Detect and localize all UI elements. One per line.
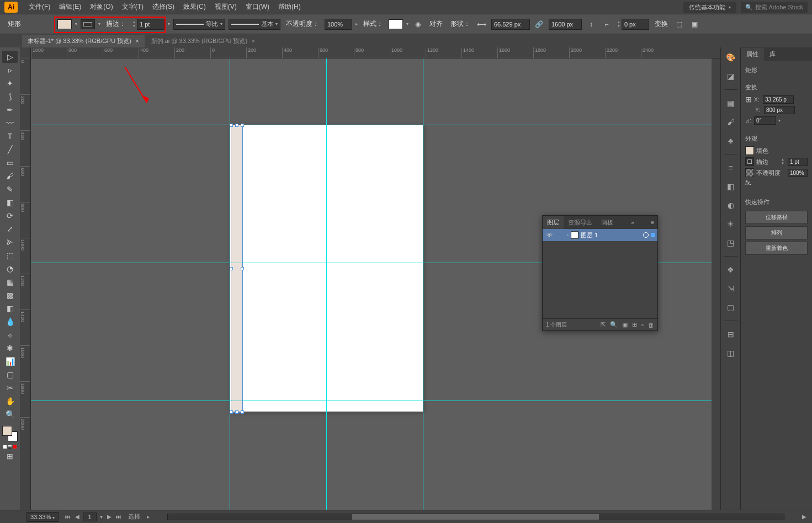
align-to-icon[interactable]: ▣: [689, 19, 701, 30]
vertical-scrollbar[interactable]: [712, 58, 720, 510]
guide-horizontal[interactable]: [31, 125, 712, 125]
isolate-icon[interactable]: ⬚: [673, 19, 686, 30]
brush-select[interactable]: 基本 ▾: [229, 19, 280, 30]
workspace-selector[interactable]: 传统基本功能 ▾: [683, 2, 736, 13]
selection-indicator[interactable]: [651, 233, 655, 237]
new-layer-icon[interactable]: ▫: [641, 322, 644, 328]
first-artboard-icon[interactable]: ⏮: [64, 514, 72, 520]
ref-point-icon[interactable]: ⊞: [745, 95, 752, 104]
close-icon[interactable]: ×: [252, 38, 255, 44]
chevron-down-icon[interactable]: ▾: [75, 22, 77, 26]
prev-artboard-icon[interactable]: ◀: [74, 514, 81, 520]
tab-libraries[interactable]: 库: [764, 48, 781, 61]
width-input[interactable]: [491, 19, 530, 30]
guide-horizontal[interactable]: [31, 401, 712, 401]
expand-icon[interactable]: ›: [567, 232, 569, 238]
graph-tool-icon[interactable]: 📊: [2, 355, 18, 367]
eyedropper-tool-icon[interactable]: 💧: [2, 316, 18, 328]
type-tool-icon[interactable]: T: [2, 130, 18, 142]
artboard-number-input[interactable]: 1: [83, 513, 96, 521]
opacity-input[interactable]: [325, 19, 352, 30]
menu-select[interactable]: 选择(S): [148, 0, 179, 14]
perspective-tool-icon[interactable]: ▦: [2, 276, 18, 288]
blend-tool-icon[interactable]: ⟐: [2, 329, 18, 341]
menu-type[interactable]: 文字(T): [118, 0, 148, 14]
document-tab-active[interactable]: 未标题-1* @ 33.33% (RGB/GPU 预览) ×: [22, 35, 145, 47]
offset-path-button[interactable]: 位移路径: [745, 211, 808, 224]
selected-rectangle[interactable]: [231, 125, 243, 413]
slice-tool-icon[interactable]: ✂: [2, 382, 18, 394]
status-menu-icon[interactable]: ▸: [146, 514, 151, 520]
transparency-panel-icon[interactable]: ◐: [724, 199, 737, 212]
curvature-tool-icon[interactable]: 〰: [2, 117, 18, 129]
free-transform-tool-icon[interactable]: ⬚: [2, 249, 18, 262]
chevron-down-icon[interactable]: ▾: [778, 118, 781, 123]
brushes-panel-icon[interactable]: 🖌: [724, 115, 737, 129]
scale-tool-icon[interactable]: ⤢: [2, 223, 18, 235]
horizontal-scrollbar[interactable]: [167, 514, 785, 520]
arrange-button[interactable]: 排列: [745, 226, 808, 239]
horizontal-ruler[interactable]: 1000800600400200020040060080010001200140…: [31, 47, 720, 58]
magic-wand-tool-icon[interactable]: ✦: [2, 77, 18, 89]
align-label[interactable]: 对齐: [427, 19, 445, 29]
clip-mask-icon[interactable]: ▣: [622, 321, 628, 328]
menu-view[interactable]: 视图(V): [210, 0, 241, 14]
visibility-icon[interactable]: 👁: [545, 232, 554, 238]
width-tool-icon[interactable]: ⫸: [2, 236, 18, 248]
rotate-tool-icon[interactable]: ⟳: [2, 210, 18, 222]
chevron-down-icon[interactable]: ▾: [99, 514, 104, 520]
menu-edit[interactable]: 编辑(E): [55, 0, 86, 14]
style-swatch[interactable]: [389, 19, 403, 29]
artboard-tool-icon[interactable]: ▢: [2, 369, 18, 381]
pathfinder-panel-icon[interactable]: ◫: [724, 346, 737, 360]
menu-window[interactable]: 窗口(W): [241, 0, 274, 14]
ruler-origin[interactable]: [20, 47, 31, 58]
shape-btn-label[interactable]: 形状：: [448, 19, 473, 29]
recolor-icon[interactable]: ◉: [412, 19, 424, 30]
stroke-swatch[interactable]: [745, 157, 754, 166]
fill-swatch[interactable]: [57, 19, 72, 29]
layer-row[interactable]: 👁 › 图层 1: [543, 229, 657, 241]
menu-effect[interactable]: 效果(C): [179, 0, 210, 14]
tab-properties[interactable]: 属性: [741, 48, 764, 61]
asset-export-panel-icon[interactable]: ⇲: [724, 282, 737, 295]
symbol-sprayer-tool-icon[interactable]: ✱: [2, 342, 18, 354]
chevron-down-icon[interactable]: ▾: [406, 22, 408, 26]
opacity-input[interactable]: [788, 169, 808, 177]
search-stock-input[interactable]: 🔍 搜索 Adobe Stock: [741, 2, 808, 13]
chevron-right-icon[interactable]: ▸: [355, 22, 358, 26]
locate-icon[interactable]: ⇱: [601, 321, 606, 328]
rectangle-tool-icon[interactable]: ▭: [2, 157, 18, 169]
guide-vertical[interactable]: [326, 58, 327, 510]
close-icon[interactable]: ×: [136, 38, 139, 44]
hand-tool-icon[interactable]: ✋: [2, 395, 18, 407]
chevron-down-icon[interactable]: ▾: [98, 22, 100, 26]
stroke-weight-input[interactable]: [137, 19, 164, 30]
color-panel-icon[interactable]: 🎨: [724, 51, 737, 64]
pen-tool-icon[interactable]: ✒: [2, 104, 18, 116]
menu-help[interactable]: 帮助(H): [274, 0, 305, 14]
stroke-weight-input[interactable]: [788, 158, 808, 166]
shape-builder-tool-icon[interactable]: ◔: [2, 263, 18, 275]
stroke-swatch[interactable]: [81, 19, 95, 29]
color-guide-panel-icon[interactable]: ◪: [724, 70, 737, 83]
height-input[interactable]: [549, 19, 582, 30]
color-swatches[interactable]: [2, 426, 18, 441]
stroke-weight-stepper[interactable]: ▲▼: [131, 19, 164, 30]
swatches-panel-icon[interactable]: ▦: [724, 97, 737, 110]
vertical-ruler[interactable]: 0200400600800100012001400160018002000: [20, 58, 31, 510]
stroke-panel-icon[interactable]: ≡: [724, 161, 737, 174]
menu-file[interactable]: 文件(F): [24, 0, 55, 14]
opacity-swatch[interactable]: [745, 168, 754, 177]
next-artboard-icon[interactable]: ▶: [106, 514, 113, 520]
guide-vertical[interactable]: [423, 58, 423, 510]
fill-swatch[interactable]: [745, 146, 754, 155]
foreground-swatch[interactable]: [2, 426, 12, 436]
recolor-button[interactable]: 重新着色: [745, 242, 808, 255]
angle-input[interactable]: [754, 116, 776, 125]
transform-label[interactable]: 变换: [652, 19, 670, 29]
y-input[interactable]: [764, 106, 795, 114]
line-tool-icon[interactable]: ╱: [2, 143, 18, 156]
graphic-styles-panel-icon[interactable]: ◳: [724, 236, 737, 249]
appearance-panel-icon[interactable]: ☀: [724, 217, 737, 231]
